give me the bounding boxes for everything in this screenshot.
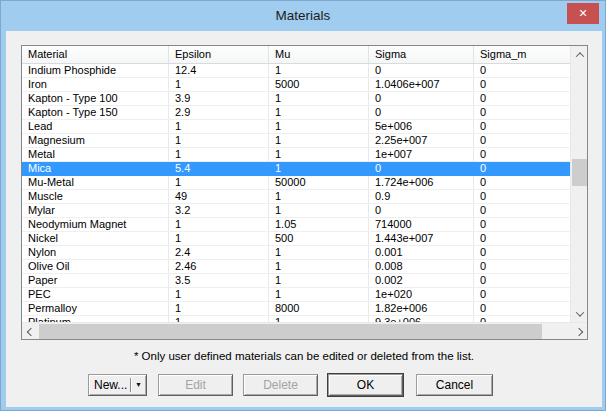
column-header-material[interactable]: Material [22, 46, 169, 63]
table-cell: 1 [169, 148, 269, 161]
table-cell: Kapton - Type 100 [22, 92, 169, 105]
table-cell: 0 [474, 190, 570, 203]
table-cell: 1 [169, 120, 269, 133]
table-cell: Magnesium [22, 134, 169, 147]
table-row[interactable]: Nylon2.410.0010 [22, 246, 570, 260]
table-cell: 1.724e+006 [369, 176, 474, 189]
table-cell: 1 [269, 134, 369, 147]
table-row[interactable]: Lead115e+0060 [22, 120, 570, 134]
table-cell: 0 [474, 78, 570, 91]
table-cell: 1 [169, 78, 269, 91]
table-row[interactable]: Mylar3.2100 [22, 204, 570, 218]
table-cell: 1.443e+007 [369, 232, 474, 245]
table-cell: Paper [22, 274, 169, 287]
table-header-row: MaterialEpsilonMuSigmaSigma_m [22, 46, 570, 64]
table-row[interactable]: Mu-Metal1500001.724e+0060 [22, 176, 570, 190]
table-cell: 1e+007 [369, 148, 474, 161]
table-cell: 1 [269, 148, 369, 161]
table-cell: Mica [22, 162, 169, 175]
table-row[interactable]: Muscle4910.90 [22, 190, 570, 204]
vertical-scrollbar-thumb[interactable] [572, 159, 587, 186]
table-cell: 1 [169, 288, 269, 301]
table-cell: 12.4 [169, 64, 269, 77]
table-cell: 3.9 [169, 92, 269, 105]
table-body: Indium Phosphide12.4100Iron150001.0406e+… [22, 64, 570, 322]
column-header-mu[interactable]: Mu [269, 46, 369, 63]
dialog-title: Materials [1, 1, 605, 31]
table-cell: 714000 [369, 218, 474, 231]
new-button[interactable]: New... ▼ [88, 374, 147, 396]
cancel-button[interactable]: Cancel [416, 374, 493, 396]
table-row[interactable]: Magnesium112.25e+0070 [22, 134, 570, 148]
table-cell: 1 [269, 204, 369, 217]
table-cell: 3.2 [169, 204, 269, 217]
table-cell: 0 [474, 120, 570, 133]
column-header-epsilon[interactable]: Epsilon [169, 46, 269, 63]
table-cell: 0 [474, 134, 570, 147]
table-row[interactable]: Paper3.510.0020 [22, 274, 570, 288]
table-cell: 1 [269, 274, 369, 287]
table-cell: 5.4 [169, 162, 269, 175]
table-cell: 0 [474, 176, 570, 189]
table-row[interactable]: Iron150001.0406e+0070 [22, 78, 570, 92]
table-cell: 0.9 [369, 190, 474, 203]
horizontal-scrollbar-thumb[interactable] [39, 324, 542, 339]
table-cell: 0 [369, 106, 474, 119]
table-row[interactable]: Indium Phosphide12.4100 [22, 64, 570, 78]
scroll-left-button[interactable] [22, 323, 39, 340]
table-row[interactable]: Metal111e+0070 [22, 148, 570, 162]
horizontal-scrollbar[interactable] [22, 322, 587, 339]
table-cell: 1 [269, 92, 369, 105]
vertical-scrollbar[interactable] [570, 46, 587, 322]
table-cell: 1 [169, 176, 269, 189]
table-cell: 1 [169, 218, 269, 231]
scroll-down-button[interactable] [571, 305, 588, 322]
table-cell: 0 [369, 162, 474, 175]
table-cell: 5000 [269, 78, 369, 91]
table-cell: 0 [369, 64, 474, 77]
table-cell: 1 [269, 260, 369, 273]
table-cell: 1 [169, 302, 269, 315]
table-cell: 0 [474, 288, 570, 301]
table-cell: 2.25e+007 [369, 134, 474, 147]
table-row[interactable]: Kapton - Type 1003.9100 [22, 92, 570, 106]
table-row[interactable]: Kapton - Type 1502.9100 [22, 106, 570, 120]
table-cell: 1 [269, 162, 369, 175]
new-button-label: New... [89, 375, 130, 395]
delete-button: Delete [243, 374, 318, 396]
table-cell: Indium Phosphide [22, 64, 169, 77]
column-header-sigma[interactable]: Sigma [369, 46, 474, 63]
table-row[interactable]: Permalloy180001.82e+0060 [22, 302, 570, 316]
table-cell: Mylar [22, 204, 169, 217]
table-cell: 1 [169, 232, 269, 245]
dropdown-arrow-icon[interactable]: ▼ [131, 375, 146, 395]
table-row[interactable]: Mica5.4100 [22, 162, 570, 176]
close-button[interactable]: ✕ [567, 3, 599, 24]
table-cell: 1e+020 [369, 288, 474, 301]
table-row[interactable]: Nickel15001.443e+0070 [22, 232, 570, 246]
table-cell: 1 [269, 120, 369, 133]
table-cell: 2.46 [169, 260, 269, 273]
title-bar[interactable]: Materials ✕ [1, 1, 605, 31]
table-cell: 0 [474, 302, 570, 315]
table-cell: 1 [269, 288, 369, 301]
ok-button[interactable]: OK [328, 374, 403, 396]
footnote-text: * Only user defined materials can be edi… [6, 350, 602, 362]
scroll-right-button[interactable] [570, 323, 587, 340]
scroll-up-button[interactable] [571, 46, 588, 63]
table-row[interactable]: Olive Oil2.4610.0080 [22, 260, 570, 274]
table-cell: 0 [474, 162, 570, 175]
table-cell: 0 [474, 148, 570, 161]
materials-dialog: Materials ✕ MaterialEpsilonMuSigmaSigma_… [0, 0, 606, 411]
table-row[interactable]: PEC111e+0200 [22, 288, 570, 302]
table-cell: 2.9 [169, 106, 269, 119]
table-cell: 0 [474, 106, 570, 119]
table-cell: 1 [269, 190, 369, 203]
table-cell: 500 [269, 232, 369, 245]
materials-table: MaterialEpsilonMuSigmaSigma_m Indium Pho… [21, 45, 588, 340]
table-cell: 1 [269, 64, 369, 77]
table-row[interactable]: Neodymium Magnet11.057140000 [22, 218, 570, 232]
table-cell: Neodymium Magnet [22, 218, 169, 231]
column-header-sigma_m[interactable]: Sigma_m [474, 46, 570, 63]
table-cell: 1 [269, 246, 369, 259]
